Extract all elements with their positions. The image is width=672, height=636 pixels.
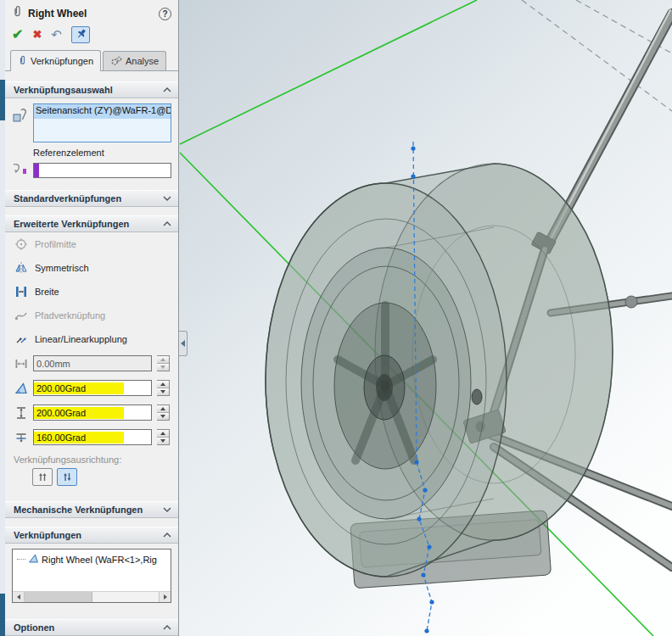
solidworks-window: Right Wheel ? ✔ ✖ ↶ Verknüpfung (0, 0, 672, 636)
section-header-mechanical-mates[interactable]: Mechanische Verknüpfungen (5, 501, 178, 518)
mate-item-label: Right Wheel (WaFR<1>,Rig (42, 555, 157, 565)
mate-type-label: Symmetrisch (35, 263, 89, 273)
reference-label: Referenzelement (33, 146, 171, 159)
alignment-label: Verknüpfungsausrichtung: (5, 449, 178, 466)
mate-type-profile-center[interactable]: Profilmitte (5, 232, 178, 256)
section-title: Erweiterte Verknüpfungen (14, 219, 129, 229)
selected-entity[interactable]: Seitenansicht (ZY)@WaFR-1@D (34, 104, 171, 119)
width-icon (14, 285, 28, 299)
mate-type-label: Profilmitte (35, 239, 76, 249)
mate-type-linear-coupler[interactable]: Linear/Linearkupplung (5, 327, 178, 351)
spin-up-button[interactable] (157, 430, 169, 438)
mate-type-label: Linear/Linearkupplung (35, 334, 127, 344)
distance-mate-row: 0.00mm (5, 351, 178, 376)
profile-center-icon (14, 237, 28, 252)
section-header-standard-mates[interactable]: Standardverknüpfungen (5, 190, 178, 207)
section-title: Standardverknüpfungen (14, 193, 121, 204)
offset-row: 160.00Grad (5, 425, 178, 449)
spin-up-button[interactable] (157, 381, 169, 388)
keep-visible-pin-button[interactable] (71, 26, 90, 43)
help-button[interactable]: ? (159, 8, 171, 20)
mate-type-symmetric[interactable]: Symmetrisch (5, 256, 178, 280)
tab-label: Verknüpfungen (31, 56, 93, 66)
section-title: Verknüpfungsauswahl (14, 85, 113, 95)
mates-listbox[interactable]: Right Wheel (WaFR<1>,Rig (12, 549, 171, 603)
tie-rod-ball[interactable] (625, 296, 637, 308)
angle-value-2: 200.00Grad (34, 407, 124, 419)
reference-selection-field[interactable] (33, 163, 171, 178)
scrollbar-thumb[interactable] (25, 592, 92, 602)
linear-coupler-icon (14, 332, 28, 347)
hub-bolt (472, 389, 482, 404)
mate-selection-listbox[interactable]: Seitenansicht (ZY)@WaFR-1@D (33, 103, 171, 142)
panel-tabs: Verknüpfungen Analyse (5, 47, 178, 71)
reference-color-bar (34, 164, 39, 177)
collapse-arrow-icon (181, 340, 185, 347)
graphics-viewport[interactable] (179, 0, 672, 636)
vertical-distance-icon (14, 405, 28, 420)
tab-analyse[interactable]: Analyse (103, 51, 166, 70)
distance-field[interactable]: 0.00mm (33, 355, 152, 371)
page-title: Right Wheel (28, 8, 154, 20)
section-title: Optionen (14, 622, 54, 633)
mate-type-label: Pfadverknüpfung (35, 310, 105, 321)
panel-collapse-handle[interactable] (179, 331, 188, 356)
3d-scene (179, 0, 672, 636)
anti-aligned-icon (61, 471, 73, 483)
angle-field-1[interactable]: 200.00Grad (33, 380, 152, 396)
aligned-button[interactable] (32, 468, 53, 486)
chevron-down-icon (163, 507, 171, 512)
angle-mate-icon (28, 553, 39, 566)
distance-spinner (157, 355, 170, 371)
mate-type-width[interactable]: Breite (5, 280, 178, 304)
section-header-mate-selection[interactable]: Verknüpfungsauswahl (5, 81, 178, 98)
paperclip-icon (18, 55, 27, 68)
angle-value-3: 160.00Grad (34, 432, 124, 444)
angle-icon (14, 381, 28, 395)
spin-up-button[interactable] (157, 405, 169, 413)
angle-field-3[interactable]: 160.00Grad (33, 429, 152, 445)
panel-title-row: Right Wheel ? (5, 0, 178, 24)
cancel-button[interactable]: ✖ (32, 29, 42, 40)
offset-icon (14, 430, 28, 444)
mate-type-path[interactable]: Pfadverknüpfung (5, 304, 178, 327)
angle-field-2[interactable]: 200.00Grad (33, 404, 152, 421)
spin-down-button[interactable] (157, 364, 169, 371)
section-header-mates-list[interactable]: Verknüpfungen (5, 527, 178, 544)
panel-toolbar: ✔ ✖ ↶ (5, 24, 178, 47)
section-title: Mechanische Verknüpfungen (14, 505, 143, 515)
mate-type-label: Breite (35, 287, 59, 297)
chevron-up-icon (163, 87, 171, 92)
distance-icon (14, 356, 28, 371)
pushpin-icon (72, 25, 90, 44)
spin-up-button[interactable] (157, 356, 169, 364)
scroll-left-button[interactable] (13, 592, 25, 602)
aligned-icon (36, 471, 48, 483)
spin-down-button[interactable] (157, 438, 169, 444)
tree-connector (17, 559, 25, 560)
chevron-up-icon (163, 533, 171, 538)
spin-down-button[interactable] (157, 413, 169, 420)
anti-aligned-button[interactable] (57, 468, 77, 486)
distance-value: 0.00mm (34, 358, 73, 370)
undo-button[interactable]: ↶ (51, 28, 62, 41)
path-mate-icon (14, 309, 28, 323)
alignment-buttons (5, 466, 178, 493)
chevron-up-icon (163, 625, 171, 630)
section-header-advanced-mates[interactable]: Erweiterte Verknüpfungen (5, 215, 178, 232)
mates-list-area: Right Wheel (WaFR<1>,Rig (5, 544, 178, 606)
tab-verknuepfungen[interactable]: Verknüpfungen (10, 50, 101, 71)
spin-down-button[interactable] (157, 388, 169, 395)
angle-mate-row: 200.00Grad (5, 376, 178, 400)
ok-button[interactable]: ✔ (12, 28, 23, 42)
section-header-options[interactable]: Optionen (5, 619, 178, 636)
list-item[interactable]: Right Wheel (WaFR<1>,Rig (13, 550, 171, 567)
mate-entities-icon (12, 103, 29, 127)
section-title: Verknüpfungen (14, 530, 81, 540)
chevron-down-icon (163, 196, 171, 201)
angle-spinner-3 (157, 429, 170, 445)
property-manager-panel: Right Wheel ? ✔ ✖ ↶ Verknüpfung (0, 0, 179, 636)
scroll-right-button[interactable] (159, 592, 171, 602)
horizontal-scrollbar[interactable] (13, 591, 171, 602)
paperclip-icon (12, 5, 23, 22)
